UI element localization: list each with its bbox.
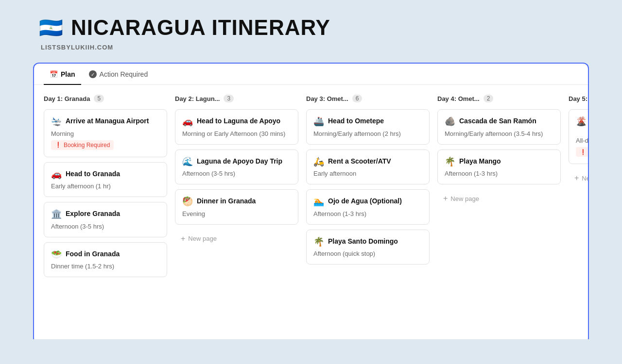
activity-time: Early afternoon (1 hr) — [51, 182, 160, 190]
day-header-day3: Day 3: Omet... 6 — [306, 95, 430, 102]
activity-title: Head to Ometepe — [328, 116, 384, 125]
booking-label: Booking Required — [64, 142, 110, 149]
day-header-day2: Day 2: Lagun... 3 — [175, 95, 298, 102]
activity-title-row: 🌊 Laguna de Apoyo Day Trip — [182, 157, 291, 167]
activity-emoji: 🌋 — [576, 116, 587, 127]
tab-plan-label: Plan — [61, 70, 75, 78]
activity-emoji: 🪨 — [445, 116, 455, 127]
exclamation-icon: ❗ — [55, 142, 62, 148]
activity-emoji: 🚗 — [182, 116, 193, 127]
day-column-day3: Day 3: Omet... 6 🚢 Head to Ometepe Morni… — [306, 95, 437, 328]
activity-card-day3-3[interactable]: 🌴 Playa Santo Domingo Afternoon (quick s… — [306, 230, 430, 265]
activity-time: Afternoon (1-3 hrs) — [313, 210, 422, 217]
activity-time: Dinner time (1.5-2 hrs) — [51, 263, 160, 270]
activity-emoji: 🏛️ — [51, 209, 62, 220]
activity-emoji: 🥙 — [182, 197, 193, 207]
calendar-icon: 📅 — [50, 70, 58, 78]
activity-title: Head to Granada — [66, 169, 120, 178]
activity-card-day4-0[interactable]: 🪨 Cascada de San Ramón Morning/Early aft… — [437, 109, 561, 145]
activity-card-day3-0[interactable]: 🚢 Head to Ometepe Morning/Early afternoo… — [306, 109, 430, 145]
day-title-day3: Day 3: Omet... — [306, 95, 348, 102]
activity-card-day2-2[interactable]: 🥙 Dinner in Granada Evening — [175, 189, 298, 225]
activity-emoji: 🌴 — [313, 237, 324, 248]
activity-title-row: 🚗 Head to Granada — [51, 169, 160, 180]
activity-emoji: 🛬 — [51, 116, 62, 127]
activity-card-day5-0[interactable]: 🌋 Concepción or Maderas Volcano Hike All… — [569, 109, 588, 164]
tab-plan[interactable]: 📅 Plan — [44, 64, 81, 85]
activity-card-day4-1[interactable]: 🌴 Playa Mango Afternoon (1-3 hrs) — [437, 149, 561, 185]
page-subtitle: LISTSBYLUKIIH.COM — [39, 44, 583, 51]
activity-title-row: 🥙 Dinner in Granada — [182, 197, 291, 207]
activity-emoji: 🛵 — [313, 157, 324, 167]
title-row: 🇳🇮 NICARAGUA ITINERARY — [39, 16, 583, 40]
day-count-day4: 2 — [484, 95, 494, 102]
activity-emoji: 🌊 — [182, 157, 193, 167]
notion-container: 📅 Plan Action Required Day 1: Granada 5 … — [33, 63, 589, 339]
activity-title: Dinner in Granada — [197, 197, 256, 205]
activity-time: Evening — [182, 210, 291, 217]
activity-title: Head to Laguna de Apoyo — [197, 116, 280, 125]
activity-time: Early afternoon — [313, 170, 422, 177]
activity-emoji: 🌴 — [445, 157, 455, 167]
activity-title: Laguna de Apoyo Day Trip — [197, 157, 282, 165]
activity-title: Playa Santo Domingo — [328, 237, 398, 246]
new-page-label: New page — [450, 195, 479, 202]
activity-time: Morning/Early afternoon (3.5-4 hrs) — [445, 130, 553, 137]
activity-title: Food in Granada — [66, 249, 120, 258]
activity-title-row: 🛵 Rent a Scooter/ATV — [313, 157, 422, 167]
plus-icon: + — [181, 234, 185, 243]
plus-icon: + — [443, 194, 448, 203]
activity-time: Morning/Early afternoon (2 hrs) — [313, 130, 422, 137]
plus-icon: + — [574, 174, 579, 182]
activity-title-row: 🛬 Arrive at Managua Airport — [51, 116, 160, 127]
day-count-day1: 5 — [94, 95, 104, 102]
activity-title-row: 🏊 Ojo de Agua (Optional) — [313, 197, 422, 207]
day-column-day4: Day 4: Omet... 2 🪨 Cascada de San Ramón … — [437, 95, 569, 328]
new-page-button-day5[interactable]: + New page — [569, 169, 588, 187]
page-header: 🇳🇮 NICARAGUA ITINERARY LISTSBYLUKIIH.COM — [0, 0, 622, 63]
activity-time: Afternoon (1-3 hrs) — [445, 170, 553, 177]
activity-time: Afternoon (3-5 hrs) — [182, 170, 291, 177]
activity-title: Playa Mango — [459, 157, 501, 165]
new-page-button-day4[interactable]: + New page — [437, 189, 561, 208]
booking-badge: ❗ Booking Required — [576, 147, 588, 157]
activity-card-day2-0[interactable]: 🚗 Head to Laguna de Apoyo Morning or Ear… — [175, 109, 298, 145]
day-header-day5: Day 5: Omete... 1 — [569, 95, 588, 102]
activity-title-row: 🪨 Cascada de San Ramón — [445, 116, 553, 127]
activity-title: Arrive at Managua Airport — [66, 116, 149, 125]
new-page-button-day2[interactable]: + New page — [175, 230, 298, 248]
day-title-day2: Day 2: Lagun... — [175, 95, 220, 102]
activity-time: Afternoon (3-5 hrs) — [51, 223, 160, 230]
day-column-day5: Day 5: Omete... 1 🌋 Concepción or Madera… — [569, 95, 588, 328]
activity-title-row: 🚗 Head to Laguna de Apoyo — [182, 116, 291, 127]
activity-card-day3-2[interactable]: 🏊 Ojo de Agua (Optional) Afternoon (1-3 … — [306, 189, 430, 225]
tab-action-required[interactable]: Action Required — [83, 64, 154, 85]
activity-card-day1-2[interactable]: 🏛️ Explore Granada Afternoon (3-5 hrs) — [44, 202, 167, 237]
day-title-day5: Day 5: Omete... — [569, 95, 588, 102]
columns-area: Day 1: Granada 5 🛬 Arrive at Managua Air… — [34, 85, 588, 337]
activity-card-day1-1[interactable]: 🚗 Head to Granada Early afternoon (1 hr) — [44, 162, 167, 198]
activity-title-row: 🚢 Head to Ometepe — [313, 116, 422, 127]
activity-card-day1-3[interactable]: 🥗 Food in Granada Dinner time (1.5-2 hrs… — [44, 242, 167, 278]
activity-title: Rent a Scooter/ATV — [328, 157, 391, 165]
activity-emoji: 🚢 — [313, 116, 324, 127]
day-column-day2: Day 2: Lagun... 3 🚗 Head to Laguna de Ap… — [175, 95, 306, 328]
new-page-label: New page — [582, 175, 588, 182]
activity-card-day1-0[interactable]: 🛬 Arrive at Managua Airport Morning ❗ Bo… — [44, 109, 167, 157]
activity-title-row: 🌋 Concepción or Maderas Volcano Hike — [576, 116, 588, 134]
booking-badge: ❗ Booking Required — [51, 140, 114, 150]
activity-card-day3-1[interactable]: 🛵 Rent a Scooter/ATV Early afternoon — [306, 149, 430, 185]
activity-emoji: 🏊 — [313, 197, 324, 207]
activity-title-row: 🌴 Playa Santo Domingo — [313, 237, 422, 248]
activity-card-day2-1[interactable]: 🌊 Laguna de Apoyo Day Trip Afternoon (3-… — [175, 149, 298, 185]
activity-time: All-day (8-10 hrs) — [576, 137, 588, 144]
day-title-day1: Day 1: Granada — [44, 95, 90, 102]
activity-title: Cascada de San Ramón — [459, 116, 536, 125]
activity-title: Ojo de Agua (Optional) — [328, 197, 402, 205]
activity-emoji: 🚗 — [51, 169, 62, 180]
activity-title: Explore Granada — [66, 209, 120, 218]
day-count-day2: 3 — [224, 95, 234, 102]
exclamation-icon: ❗ — [580, 149, 587, 155]
day-header-day1: Day 1: Granada 5 — [44, 95, 167, 102]
check-circle-icon — [89, 70, 97, 78]
